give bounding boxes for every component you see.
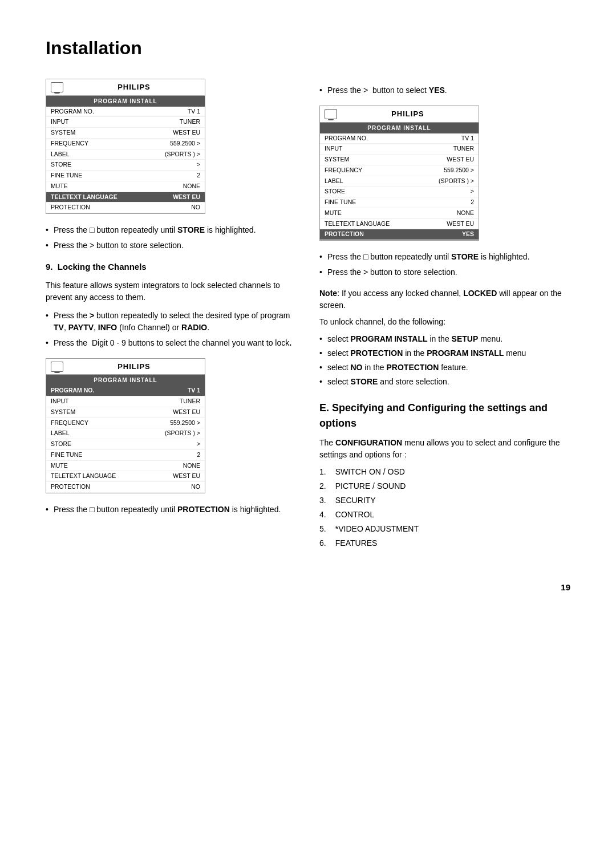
menu-row: LABEL(SPORTS ) > [46, 428, 205, 439]
menu-title-top-left: PROGRAM INSTALL [46, 96, 205, 107]
menu-row: PROGRAM NO.TV 1 [320, 133, 479, 144]
section-e-item-2: 2. PICTURE / SOUND [319, 480, 570, 492]
bullet-store-1: Press the □ button repeatedly until STOR… [46, 224, 297, 236]
unlock-item-1: select PROGRAM INSTALL in the SETUP menu… [319, 333, 570, 345]
bullet-yes: Press the > button to select YES. [319, 84, 570, 96]
menu-row: TELETEXT LANGUAGEWEST EU [46, 192, 205, 203]
section9-bullet-2: Press the Digit 0 - 9 buttons to select … [46, 337, 297, 349]
unlock-intro: To unlock channel, do the following: [319, 316, 570, 329]
philips-brand-top-left: PHILIPS [68, 82, 200, 93]
menu-row: STORE> [46, 439, 205, 450]
menu-row: SYSTEMWEST EU [46, 128, 205, 139]
section-e-body: The CONFIGURATION menu allows you to sel… [319, 437, 570, 461]
left-column: PHILIPS PROGRAM INSTALL PROGRAM NO.TV 1I… [46, 79, 297, 558]
section-e-list: 1. SWITCH ON / OSD 2. PICTURE / SOUND 3.… [319, 466, 570, 549]
unlock-item-4: select STORE and store selection. [319, 376, 570, 388]
section9-bullets: Press the > button repeatedly to select … [46, 310, 297, 349]
menu-row: INPUTTUNER [46, 396, 205, 407]
menu-row: FREQUENCY559.2500 > [46, 418, 205, 429]
section9-body: This feature allows system integrators t… [46, 279, 297, 304]
menu-row: FINE TUNE2 [46, 171, 205, 181]
menu-row: INPUTTUNER [320, 144, 479, 155]
unlock-list: select PROGRAM INSTALL in the SETUP menu… [319, 333, 570, 388]
menu-row: TELETEXT LANGUAGEWEST EU [320, 219, 479, 230]
menu-row: FREQUENCY559.2500 > [320, 165, 479, 176]
menu-row: FREQUENCY559.2500 > [46, 139, 205, 149]
menu-row: PROTECTIONYES [320, 229, 479, 240]
right-column: Press the > button to select YES. PHILIP… [319, 79, 570, 558]
menu-row: LABEL(SPORTS ) > [46, 149, 205, 160]
section-e-item-6: 6. FEATURES [319, 537, 570, 549]
menu-row: MUTENONE [320, 208, 479, 219]
menu-row: SYSTEMWEST EU [320, 155, 479, 165]
section-e-item-3: 3. SECURITY [319, 495, 570, 506]
philips-header-bottom-left: PHILIPS [46, 359, 205, 375]
bullet-store-right-1: Press the □ button repeatedly until STOR… [319, 251, 570, 263]
menu-row: MUTENONE [46, 461, 205, 472]
tv-icon-top-right [325, 109, 337, 119]
unlock-item-2: select PROTECTION in the PROGRAM INSTALL… [319, 347, 570, 359]
philips-menu-bottom-left: PHILIPS PROGRAM INSTALL PROGRAM NO.TV 1I… [46, 358, 205, 493]
menu-rows-top-left: PROGRAM NO.TV 1INPUTTUNERSYSTEMWEST EUFR… [46, 107, 205, 214]
section-e-heading: E. Specifying and Configuring the settin… [319, 400, 570, 431]
menu-row: FINE TUNE2 [320, 197, 479, 208]
bullets-top-left: Press the □ button repeatedly until STOR… [46, 224, 297, 252]
philips-menu-top-left: PHILIPS PROGRAM INSTALL PROGRAM NO.TV 1I… [46, 79, 205, 214]
page-number: 19 [46, 581, 570, 594]
menu-row: LABEL(SPORTS ) > [320, 176, 479, 187]
menu-row: PROTECTIONNO [46, 202, 205, 213]
menu-row: TELETEXT LANGUAGEWEST EU [46, 471, 205, 482]
tv-icon-bottom-left [51, 362, 63, 372]
menu-title-bottom-left: PROGRAM INSTALL [46, 375, 205, 386]
philips-brand-top-right: PHILIPS [342, 108, 474, 120]
menu-row: PROTECTIONNO [46, 482, 205, 493]
philips-menu-top-right: PHILIPS PROGRAM INSTALL PROGRAM NO.TV 1I… [319, 106, 479, 241]
menu-row: STORE> [46, 160, 205, 171]
menu-row: PROGRAM NO.TV 1 [46, 107, 205, 117]
note-text: Note: If you access any locked channel, … [319, 287, 570, 311]
bullets-yes: Press the > button to select YES. [319, 84, 570, 96]
philips-brand-bottom-left: PHILIPS [68, 361, 200, 372]
section-e-item-4: 4. CONTROL [319, 509, 570, 521]
unlock-item-3: select NO in the PROTECTION feature. [319, 362, 570, 374]
menu-row: INPUTTUNER [46, 117, 205, 128]
bullet-protection: Press the □ button repeatedly until PROT… [46, 504, 297, 516]
tv-icon-top-left [51, 82, 63, 92]
bullet-store-2: Press the > button to store selection. [46, 240, 297, 252]
bullets-store-right: Press the □ button repeatedly until STOR… [319, 251, 570, 278]
menu-row: MUTENONE [46, 181, 205, 192]
section9-bullet-1: Press the > button repeatedly to select … [46, 310, 297, 334]
section-e-item-5: 5. *VIDEO ADJUSTMENT [319, 523, 570, 535]
menu-row: PROGRAM NO.TV 1 [46, 386, 205, 396]
section-e-item-1: 1. SWITCH ON / OSD [319, 466, 570, 478]
menu-rows-top-right: PROGRAM NO.TV 1INPUTTUNERSYSTEMWEST EUFR… [320, 133, 479, 241]
menu-row: FINE TUNE2 [46, 450, 205, 461]
menu-title-top-right: PROGRAM INSTALL [320, 123, 479, 133]
menu-row: SYSTEMWEST EU [46, 407, 205, 418]
menu-row: STORE> [320, 187, 479, 197]
menu-rows-bottom-left: PROGRAM NO.TV 1INPUTTUNERSYSTEMWEST EUFR… [46, 386, 205, 493]
philips-header-top-left: PHILIPS [46, 79, 205, 96]
bullets-bottom-left: Press the □ button repeatedly until PROT… [46, 504, 297, 516]
page-title: Installation [46, 34, 570, 62]
section9-heading: 9. Locking the Channels [46, 261, 297, 274]
philips-header-top-right: PHILIPS [320, 106, 479, 123]
bullet-store-right-2: Press the > button to store selection. [319, 266, 570, 278]
